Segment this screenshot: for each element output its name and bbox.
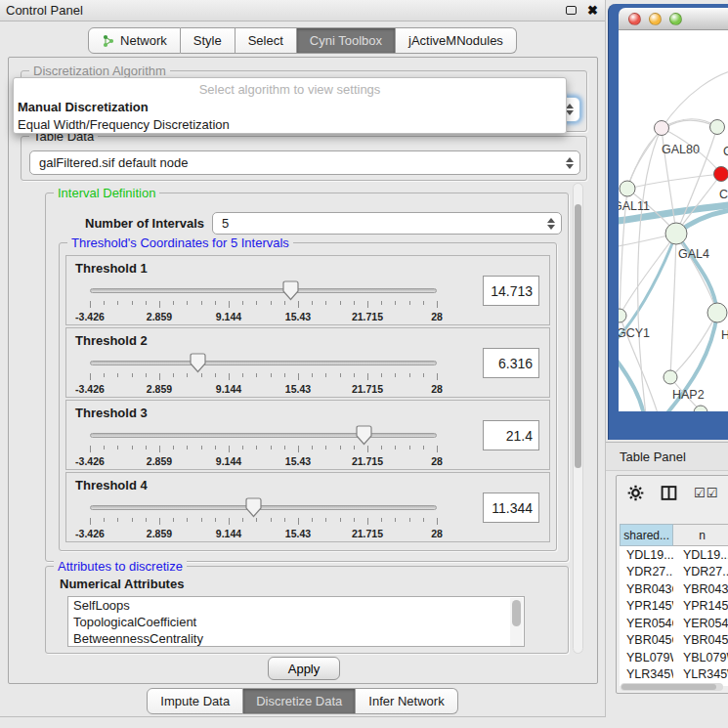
bottom-tab-label: Discretize Data — [256, 694, 342, 708]
slider-scale-labels: -3.4262.8599.14415.4321.71528 — [90, 311, 437, 322]
attribute-item-betweennesscentrality[interactable]: BetweennessCentrality — [68, 630, 524, 647]
float-window-icon[interactable] — [566, 6, 577, 15]
column-header-shared[interactable]: shared... — [620, 524, 673, 546]
tick-mark — [229, 373, 230, 380]
close-icon[interactable]: ✖ — [587, 3, 598, 18]
table-data-select[interactable]: galFiltered.sif default node — [29, 150, 580, 175]
tab-select[interactable]: Select — [236, 27, 297, 54]
column-header-n[interactable]: n — [673, 524, 728, 546]
number-of-intervals-row: Number of Intervals 5 — [46, 212, 568, 236]
bottom-tab-discretize-data[interactable]: Discretize Data — [243, 688, 356, 714]
number-of-intervals-select[interactable]: 5 — [212, 212, 562, 235]
checkbox-columns-icon[interactable]: ☑☑ — [694, 486, 718, 500]
table-row[interactable]: YBR045CYBR045C — [620, 632, 728, 650]
bottom-tab-impute-data[interactable]: Impute Data — [147, 688, 243, 714]
slider-thumb-handle[interactable] — [282, 280, 299, 301]
tick-mark — [409, 373, 410, 377]
attribute-item-selfloops[interactable]: SelfLoops — [68, 597, 524, 614]
network-node-gal80[interactable] — [655, 121, 669, 136]
tab-jactivemnodules[interactable]: jActiveMNodules — [396, 27, 517, 54]
tick-mark — [381, 446, 382, 450]
tab-cyni-toolbox[interactable]: Cyni Toolbox — [297, 27, 396, 54]
threshold-slider[interactable]: -3.4262.8599.14415.4321.71528 — [90, 279, 437, 324]
table-cell: YDR27... — [673, 565, 728, 578]
tab-network[interactable]: Network — [88, 27, 181, 54]
attribute-item-topologicalcoefficient[interactable]: TopologicalCoefficient — [68, 614, 524, 630]
tick-mark — [381, 518, 382, 522]
tick-mark — [90, 373, 91, 380]
network-canvas[interactable]: GAL80GACGAL11GAL4GCY1HHAP2 — [619, 30, 728, 411]
tab-style[interactable]: Style — [181, 27, 236, 54]
tick-mark — [146, 518, 147, 522]
tick-mark — [187, 518, 188, 522]
tick-mark — [242, 518, 243, 522]
slider-thumb-handle[interactable] — [245, 497, 262, 518]
minimize-traffic-light[interactable] — [649, 13, 662, 25]
network-edge[interactable] — [627, 128, 662, 189]
threshold-value-field[interactable]: 11.344 — [483, 492, 539, 523]
slider-thumb-handle[interactable] — [356, 425, 372, 446]
tick-mark — [340, 446, 341, 450]
network-node-hap2[interactable] — [664, 370, 677, 384]
network-edge-highlighted[interactable] — [676, 234, 717, 313]
network-edge[interactable] — [670, 234, 676, 377]
network-node-h[interactable] — [707, 303, 727, 322]
table-row[interactable]: YDR27...YDR27... — [620, 564, 728, 581]
table-row[interactable]: YER054CYER054C — [620, 615, 728, 632]
threshold-label: Threshold 2 — [75, 333, 148, 348]
zoom-traffic-light[interactable] — [669, 13, 682, 25]
close-traffic-light[interactable] — [628, 13, 641, 25]
tick-mark — [201, 446, 202, 450]
table-row[interactable]: YBL079WYBL079W — [620, 649, 728, 666]
network-edge[interactable] — [620, 234, 676, 316]
threshold-value-field[interactable]: 14.713 — [483, 276, 539, 306]
tab-label: Cyni Toolbox — [310, 33, 382, 48]
bottom-tab-infer-network[interactable]: Infer Network — [356, 688, 457, 714]
tick-mark — [271, 301, 272, 305]
tick-mark — [284, 446, 285, 450]
numerical-attributes-list[interactable]: SelfLoopsTopologicalCoefficientBetweenne… — [67, 596, 525, 647]
network-view-window: GAL80GACGAL11GAL4GCY1HHAP2 — [608, 4, 728, 440]
table-hscrollbar-thumb[interactable] — [621, 684, 716, 690]
network-node-c[interactable] — [714, 167, 728, 182]
split-columns-icon[interactable] — [661, 485, 677, 501]
scale-label: 28 — [431, 383, 443, 395]
algorithm-option-manual-discretization[interactable]: Manual Discretization — [16, 100, 562, 114]
tick-mark — [409, 446, 410, 450]
threshold-slider[interactable]: -3.4262.8599.14415.4321.71528 — [90, 352, 437, 397]
network-node-ga[interactable] — [710, 120, 725, 135]
gear-icon[interactable] — [627, 485, 644, 501]
tick-mark — [284, 373, 285, 377]
node-table[interactable]: shared...nYDL19...YDL19...YDR27...YDR27.… — [620, 524, 728, 686]
tick-mark — [298, 446, 299, 452]
table-row[interactable]: YDL19...YDL19... — [620, 546, 728, 564]
tick-mark — [312, 446, 313, 450]
attributes-scrollbar[interactable] — [510, 598, 523, 647]
combo-stepper-icon — [566, 104, 574, 115]
network-node-gal11[interactable] — [620, 181, 635, 196]
slider-thumb-handle[interactable] — [190, 353, 206, 373]
settings-scrollbar-thumb[interactable] — [575, 204, 581, 468]
table-row[interactable]: YLR345WYLR345W — [620, 666, 728, 684]
apply-button[interactable]: Apply — [268, 657, 340, 680]
algorithm-option-equal-width-frequency[interactable]: Equal Width/Frequency Discretization — [16, 117, 562, 132]
threshold-slider[interactable]: -3.4262.8599.14415.4321.71528 — [90, 424, 437, 469]
threshold-value-field[interactable]: 21.4 — [483, 420, 539, 450]
table-row[interactable]: YBR043CYBR043C — [620, 580, 728, 598]
threshold-slider[interactable]: -3.4262.8599.14415.4321.71528 — [90, 496, 437, 541]
attributes-scrollbar-thumb[interactable] — [512, 600, 521, 626]
settings-vertical-scrollbar[interactable] — [573, 183, 583, 654]
network-node-gal4[interactable] — [665, 223, 687, 244]
threshold-value-field[interactable]: 6.316 — [483, 348, 539, 378]
tick-mark — [256, 518, 257, 522]
slider-track — [90, 505, 437, 510]
network-node-label: GA — [723, 145, 728, 158]
tick-mark — [354, 446, 355, 450]
network-node-gcy1[interactable] — [619, 309, 626, 322]
table-panel-header: Table Panel — [606, 442, 728, 471]
table-horizontal-scrollbar[interactable] — [621, 683, 723, 691]
tick-mark — [117, 301, 118, 305]
tick-mark — [395, 373, 396, 377]
network-edge[interactable] — [627, 174, 721, 189]
table-row[interactable]: YPR145WYPR145W — [620, 598, 728, 616]
